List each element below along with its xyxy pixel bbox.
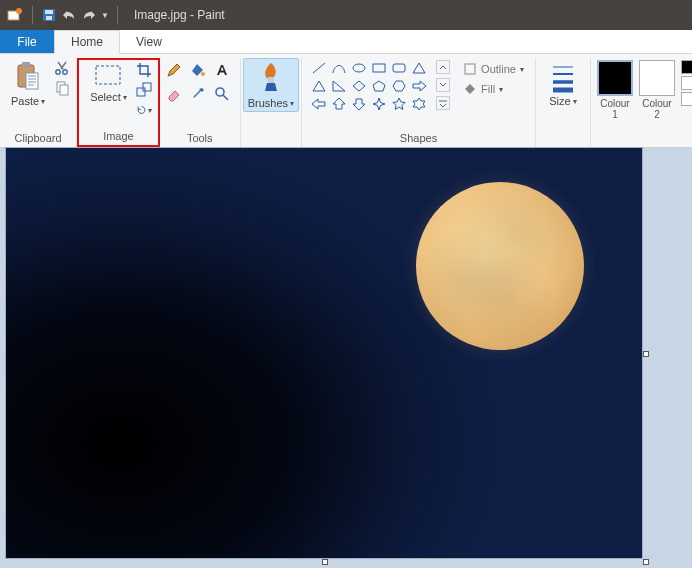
separator <box>117 6 118 24</box>
image-content <box>6 148 642 558</box>
copy-icon[interactable] <box>54 80 70 96</box>
brushes-button[interactable]: Brushes▾ <box>243 58 299 112</box>
shapes-gallery[interactable] <box>308 58 430 114</box>
svg-rect-7 <box>26 73 38 89</box>
shape-line-icon[interactable] <box>310 60 328 76</box>
svg-point-16 <box>216 88 224 96</box>
brushes-label: Brushes <box>248 97 288 109</box>
size-label: Size <box>549 95 570 107</box>
svg-rect-14 <box>143 83 151 91</box>
shape-polygon-icon[interactable] <box>410 60 428 76</box>
svg-point-8 <box>56 70 60 74</box>
magnifier-icon[interactable] <box>214 86 230 102</box>
size-button[interactable]: Size▾ <box>542 58 584 110</box>
eyedropper-icon[interactable] <box>190 86 206 102</box>
rotate-icon[interactable]: ▾ <box>136 102 152 118</box>
colour1-button[interactable]: Colour 1 <box>597 60 633 120</box>
undo-icon[interactable] <box>61 7 77 23</box>
outline-button[interactable]: Outline▾ <box>458 60 529 78</box>
canvas[interactable] <box>6 148 642 558</box>
shapes-scroll-up-icon[interactable] <box>436 60 450 74</box>
svg-point-9 <box>63 70 67 74</box>
colour1-label: Colour 1 <box>600 98 629 120</box>
colour2-button[interactable]: Colour 2 <box>639 60 675 120</box>
title-bar: ▼ Image.jpg - Paint <box>0 0 692 30</box>
shapes-more-icon[interactable] <box>436 96 450 110</box>
shape-pentagon-icon[interactable] <box>370 78 388 94</box>
shape-arrowup-icon[interactable] <box>330 96 348 112</box>
svg-rect-17 <box>268 77 274 83</box>
svg-rect-11 <box>60 85 68 95</box>
svg-rect-12 <box>96 66 120 84</box>
shape-diamond-icon[interactable] <box>350 78 368 94</box>
shape-arrowright-icon[interactable] <box>410 78 428 94</box>
tab-strip: File Home View <box>0 30 692 54</box>
resize-handle-right[interactable] <box>643 351 649 357</box>
redo-icon[interactable] <box>81 7 97 23</box>
resize-handle-corner[interactable] <box>643 559 649 565</box>
svg-rect-3 <box>45 10 53 14</box>
palette-cell[interactable] <box>681 92 692 106</box>
palette-grid[interactable] <box>681 60 692 106</box>
cut-icon[interactable] <box>54 60 70 76</box>
group-image: Select▾ ▾ Image <box>77 58 160 147</box>
shape-curve-icon[interactable] <box>330 60 348 76</box>
svg-rect-20 <box>393 64 405 72</box>
group-label-image: Image <box>103 128 134 145</box>
shapes-scroll-down-icon[interactable] <box>436 78 450 92</box>
group-label-clipboard: Clipboard <box>15 130 62 147</box>
svg-rect-6 <box>22 62 30 67</box>
group-size: Size▾ <box>536 58 591 147</box>
colour2-label: Colour 2 <box>642 98 671 120</box>
ribbon: Paste▾ Clipboard Select▾ ▾ Image <box>0 54 692 148</box>
canvas-workspace[interactable] <box>0 148 692 568</box>
group-tools: Tools <box>160 58 241 147</box>
crop-icon[interactable] <box>136 62 152 78</box>
qat-dropdown-icon[interactable]: ▼ <box>101 11 109 20</box>
shape-roundrect-icon[interactable] <box>390 60 408 76</box>
window-title: Image.jpg - Paint <box>134 8 225 22</box>
shape-arrowdown-icon[interactable] <box>350 96 368 112</box>
pencil-icon[interactable] <box>166 62 182 78</box>
svg-rect-13 <box>137 88 145 96</box>
svg-point-15 <box>201 72 205 76</box>
palette-cell[interactable] <box>681 76 692 90</box>
shape-star4-icon[interactable] <box>370 96 388 112</box>
fill-label: Fill <box>481 83 495 95</box>
palette-cell[interactable] <box>681 60 692 74</box>
shape-triangle-icon[interactable] <box>310 78 328 94</box>
svg-point-18 <box>353 64 365 72</box>
group-colours: Colour 1 Colour 2 <box>591 58 692 147</box>
separator <box>32 6 33 24</box>
shape-hexagon-icon[interactable] <box>390 78 408 94</box>
tab-file[interactable]: File <box>0 30 54 53</box>
text-icon[interactable] <box>214 62 230 78</box>
save-icon[interactable] <box>41 7 57 23</box>
tab-home[interactable]: Home <box>54 30 120 54</box>
shape-star5-icon[interactable] <box>390 96 408 112</box>
tab-view[interactable]: View <box>120 30 178 53</box>
svg-rect-21 <box>465 64 475 74</box>
moon <box>416 182 584 350</box>
shape-rect-icon[interactable] <box>370 60 388 76</box>
outline-label: Outline <box>481 63 516 75</box>
group-label-tools: Tools <box>187 130 213 147</box>
group-label-shapes: Shapes <box>400 130 437 147</box>
app-icon <box>6 6 24 24</box>
shape-righttriangle-icon[interactable] <box>330 78 348 94</box>
paste-button[interactable]: Paste▾ <box>6 58 50 110</box>
svg-rect-4 <box>46 16 52 20</box>
eraser-icon[interactable] <box>166 86 182 102</box>
svg-rect-19 <box>373 64 385 72</box>
shape-oval-icon[interactable] <box>350 60 368 76</box>
bucket-icon[interactable] <box>190 62 206 78</box>
fill-button[interactable]: Fill▾ <box>458 80 529 98</box>
svg-point-1 <box>16 8 22 14</box>
shape-star6-icon[interactable] <box>410 96 428 112</box>
group-clipboard: Paste▾ Clipboard <box>0 58 77 147</box>
select-label: Select <box>90 91 121 103</box>
resize-icon[interactable] <box>136 82 152 98</box>
select-button[interactable]: Select▾ <box>85 60 132 106</box>
shape-arrowleft-icon[interactable] <box>310 96 328 112</box>
resize-handle-bottom[interactable] <box>322 559 328 565</box>
